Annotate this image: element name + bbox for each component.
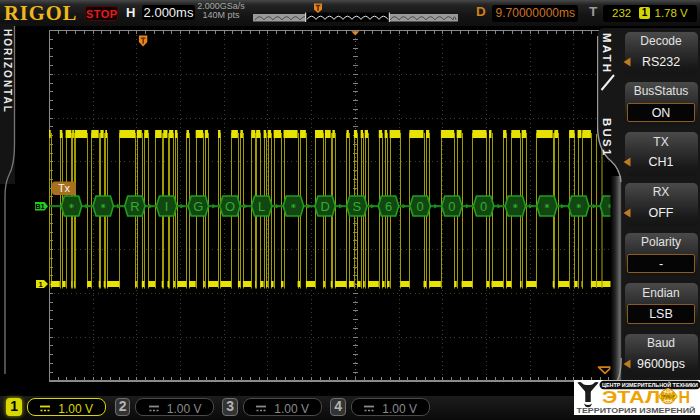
svg-text:S: S — [352, 199, 361, 214]
svg-text:0: 0 — [480, 199, 487, 214]
svg-text:0: 0 — [417, 199, 424, 214]
svg-text:1: 1 — [38, 280, 42, 289]
svg-text:ЭТАЛ: ЭТАЛ — [602, 389, 660, 406]
svg-text:Tx: Tx — [58, 182, 71, 194]
svg-text:ПРИБОР: ПРИБОР — [661, 395, 675, 399]
svg-text:G: G — [193, 199, 203, 214]
svg-text:Н: Н — [678, 389, 690, 406]
svg-text:D: D — [320, 199, 329, 214]
svg-text:L: L — [258, 199, 265, 214]
svg-text:0: 0 — [448, 199, 455, 214]
svg-text:O: O — [225, 199, 235, 214]
svg-text:R: R — [130, 199, 139, 214]
svg-text:ЦЕНТР ИЗМЕРИТЕЛЬНОЙ ТЕХНИКИ: ЦЕНТР ИЗМЕРИТЕЛЬНОЙ ТЕХНИКИ — [602, 381, 698, 388]
svg-text:I: I — [165, 199, 169, 214]
svg-text:B1: B1 — [35, 202, 45, 211]
svg-text:6: 6 — [385, 199, 392, 214]
svg-text:ТЕРРИТОРИЯ ИЗМЕРЕНИЙ: ТЕРРИТОРИЯ ИЗМЕРЕНИЙ — [576, 406, 695, 415]
